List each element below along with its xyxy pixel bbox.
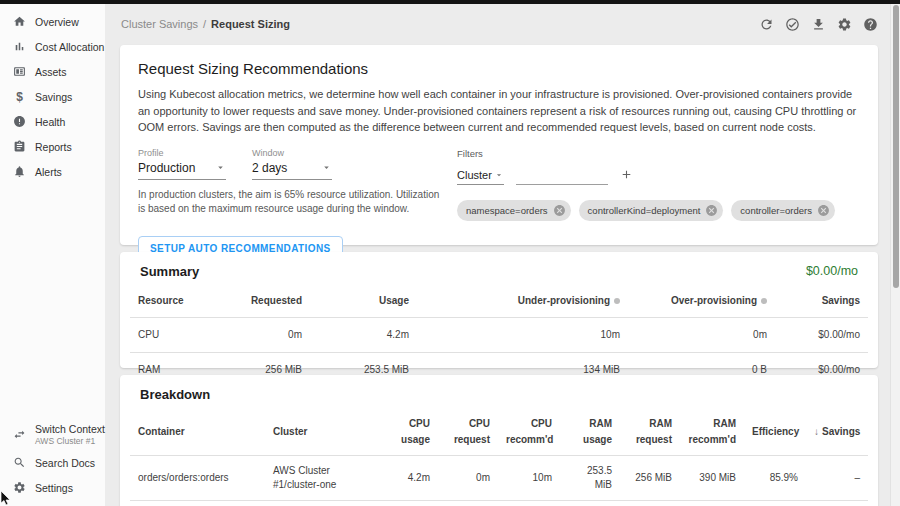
vertical-scrollbar-thumb[interactable] [893,5,899,288]
page-title: Request Sizing Recommendations [138,60,860,77]
column-header: Efficiency [744,408,806,456]
total-savings-value: $0.00/mo [806,264,858,278]
cpu-request-cell: 0m [438,456,498,501]
remove-chip-icon[interactable] [553,204,566,217]
gear-icon[interactable] [837,17,852,32]
request-sizing-card: Request Sizing Recommendations Using Kub… [120,45,878,245]
summary-card: Summary $0.00/mo Resource Requested Usag… [120,252,878,368]
sidebar: Overview Cost Allocation Assets $ Saving… [0,4,105,506]
column-header: Usage [310,285,417,317]
filter-value-input[interactable] [516,167,608,185]
sidebar-item-reports[interactable]: Reports [0,134,105,159]
column-header: Container [130,408,265,456]
remove-chip-icon[interactable] [705,204,718,217]
refresh-icon[interactable] [759,17,774,32]
usage-cell: 4.2m [310,317,417,352]
home-icon [13,15,26,28]
over-provisioning-cell: 0m [628,317,775,352]
breadcrumb-section[interactable]: Cluster Savings [121,18,198,30]
filter-chip[interactable]: namespace=orders [457,200,571,221]
window-select[interactable]: 2 days [252,158,332,180]
profile-select[interactable]: Production [138,158,226,180]
topbar: Cluster Savings / Request Sizing [105,4,890,44]
sidebar-item-switch-context[interactable]: Switch Context AWS Cluster #1 [0,418,105,450]
remove-chip-icon[interactable] [817,204,830,217]
sidebar-item-assets[interactable]: Assets [0,59,105,84]
download-icon[interactable] [811,17,826,32]
filter-chip[interactable]: controller=orders [731,200,835,221]
page-description: Using Kubecost allocation metrics, we de… [138,86,860,136]
breakdown-title: Breakdown [140,387,210,402]
sidebar-item-label: Cost Allocation [35,41,104,53]
column-header: RAM recomm'd [680,408,744,456]
sidebar-item-settings[interactable]: Settings [0,475,105,500]
help-icon[interactable] [863,17,878,32]
mouse-cursor [0,491,12,506]
cpu-usage-cell: 4.2m [380,456,438,501]
column-header: RAM usage [560,408,620,456]
summary-table: Resource Requested Usage Under-provision… [130,285,868,388]
profile-helper-text: In production clusters, the aim is 65% r… [138,188,440,217]
column-header: Cluster [265,408,380,456]
efficiency-cell: 85.9% [744,456,806,501]
switch-context-label: Switch Context [35,423,105,435]
breakdown-card: Breakdown Container Cluster CPU usage CP… [120,375,878,506]
sidebar-item-label: Alerts [35,166,62,178]
sidebar-item-health[interactable]: Health [0,109,105,134]
sidebar-item-label: Health [35,116,65,128]
info-icon[interactable] [614,298,620,304]
plus-icon [620,168,633,181]
info-icon[interactable] [761,298,767,304]
column-header: Savings [775,285,868,317]
current-cluster-label: AWS Cluster #1 [35,436,105,446]
cluster-cell: AWS Cluster #1/cluster-one [265,456,380,501]
filter-field-select[interactable]: Cluster [457,167,504,185]
savings-cell: – [806,456,868,501]
requested-cell: 0m [220,317,310,352]
cpu-recommended-cell: 10m [498,456,560,501]
ram-usage-cell: 253.5 MiB [560,456,620,501]
check-circle-icon[interactable] [785,17,800,32]
column-header: Over-provisioning [628,285,775,317]
window-top-edge [0,0,900,4]
sidebar-item-label: Search Docs [35,457,95,469]
sidebar-item-alerts[interactable]: Alerts [0,159,105,184]
column-header: CPU request [438,408,498,456]
filter-chip-label: controllerKind=deployment [588,205,701,216]
column-header: CPU usage [380,408,438,456]
chevron-down-icon [321,162,332,173]
ram-request-cell: 256 MiB [620,456,680,501]
filter-chip[interactable]: controllerKind=deployment [579,200,724,221]
column-header: RAM request [620,408,680,456]
clipboard-icon [13,140,26,153]
sidebar-item-label: Assets [35,66,67,78]
breadcrumb-separator: / [203,18,206,30]
sidebar-item-overview[interactable]: Overview [0,9,105,34]
chevron-down-icon [494,170,504,180]
vertical-scrollbar-track[interactable] [890,4,900,506]
sidebar-item-search-docs[interactable]: Search Docs [0,450,105,475]
sidebar-item-label: Reports [35,141,72,153]
under-provisioning-cell: 10m [417,317,628,352]
health-exclamation-icon [13,115,26,128]
column-header: Resource [130,285,220,317]
add-filter-button[interactable] [620,167,633,185]
column-header: CPU recomm'd [498,408,560,456]
table-row: CPU 0m 4.2m 10m 0m $0.00/mo [130,317,868,352]
window-label: Window [252,148,332,158]
sidebar-item-label: Overview [35,16,79,28]
filter-field-value: Cluster [457,169,492,181]
column-header-sort-savings[interactable]: ↓Savings [806,408,868,456]
dollar-icon: $ [13,90,26,104]
profile-value: Production [138,161,195,175]
column-header: Requested [220,285,310,317]
table-row[interactable]: orders/orders:orders AWS Cluster #1/clus… [130,456,868,501]
bar-chart-icon [13,40,26,53]
sidebar-item-cost-allocation[interactable]: Cost Allocation [0,34,105,59]
container-cell: orders/orders:orders [130,456,265,501]
search-icon [13,456,26,469]
ram-recommended-cell: 390 MiB [680,456,744,501]
gear-icon [13,481,26,494]
sidebar-item-savings[interactable]: $ Savings [0,84,105,109]
summary-title: Summary [140,264,199,279]
